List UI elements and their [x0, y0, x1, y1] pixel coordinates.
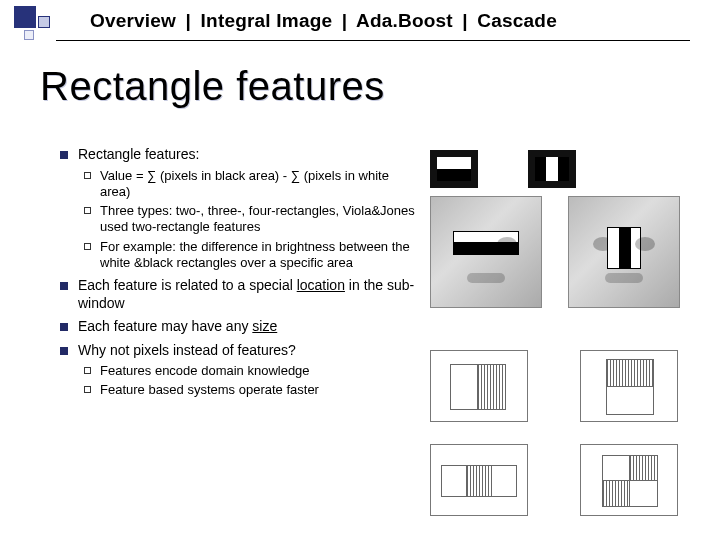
bullet-l1: Each feature is related to a special loc…: [56, 277, 416, 312]
breadcrumb-item: Ada.Boost: [356, 10, 453, 31]
bullet-text: Rectangle features:: [78, 146, 199, 162]
bullet-l1: Each feature may have any size: [56, 318, 416, 336]
breadcrumb-sep: |: [462, 10, 468, 31]
haar-diagram-area: [430, 350, 700, 538]
bullet-text: Each feature may have any: [78, 318, 252, 334]
bullet-underline: size: [252, 318, 277, 334]
page-title: Rectangle features: [40, 64, 385, 109]
bullet-text: Three types: two-, three-, four-rectangl…: [100, 203, 415, 234]
breadcrumb-item: Overview: [90, 10, 176, 31]
slide: Overview | Integral Image | Ada.Boost | …: [0, 0, 720, 540]
deco-square-icon: [38, 16, 50, 28]
figure-area: [430, 150, 700, 308]
breadcrumb-item: Integral Image: [201, 10, 333, 31]
haar-two-rect-vertical-icon: [430, 350, 528, 422]
breadcrumb-item: Cascade: [477, 10, 557, 31]
bullet-l2: Value = ∑ (pixels in black area) - ∑ (pi…: [78, 168, 416, 201]
haar-row: [430, 350, 700, 422]
haar-row: [430, 444, 700, 516]
bullet-text: Value = ∑ (pixels in black area) - ∑ (pi…: [100, 168, 389, 199]
corner-decoration: [14, 6, 74, 42]
bullet-text: For example: the difference in brightnes…: [100, 239, 410, 270]
bullet-l2: Three types: two-, three-, four-rectangl…: [78, 203, 416, 236]
haar-tile-two-horizontal-icon: [430, 150, 478, 188]
bullet-l1: Why not pixels instead of features? Feat…: [56, 342, 416, 399]
face-row: [430, 196, 700, 308]
bullet-l2: For example: the difference in brightnes…: [78, 239, 416, 272]
face-image-with-vertical-feature: [568, 196, 680, 308]
bullet-text: Feature based systems operate faster: [100, 382, 319, 397]
haar-tile-two-vertical-icon: [528, 150, 576, 188]
breadcrumb: Overview | Integral Image | Ada.Boost | …: [90, 10, 557, 32]
face-image-with-horizontal-feature: [430, 196, 542, 308]
haar-four-rect-icon: [580, 444, 678, 516]
bullet-l2: Features encode domain knowledge: [78, 363, 416, 379]
feature-tile-row: [430, 150, 700, 188]
bullet-l1: Rectangle features: Value = ∑ (pixels in…: [56, 146, 416, 271]
deco-square-icon: [24, 30, 34, 40]
bullet-text: Features encode domain knowledge: [100, 363, 310, 378]
breadcrumb-sep: |: [186, 10, 192, 31]
breadcrumb-sep: |: [342, 10, 348, 31]
bullet-text: Why not pixels instead of features?: [78, 342, 296, 358]
haar-two-rect-horizontal-icon: [580, 350, 678, 422]
divider: [56, 40, 690, 41]
content-text: Rectangle features: Value = ∑ (pixels in…: [56, 146, 416, 405]
bullet-text: Each feature is related to a special: [78, 277, 297, 293]
deco-square-icon: [14, 6, 36, 28]
bullet-l2: Feature based systems operate faster: [78, 382, 416, 398]
haar-three-rect-icon: [430, 444, 528, 516]
bullet-underline: location: [297, 277, 345, 293]
